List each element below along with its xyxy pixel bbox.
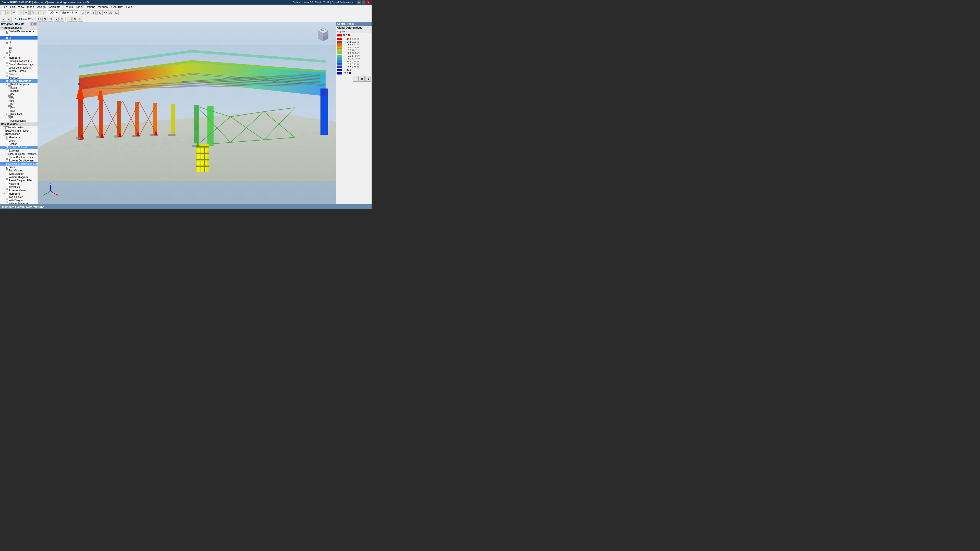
nav-local-torsional[interactable]: Local Torsional Rotations xyxy=(0,152,38,156)
cb-ld[interactable] xyxy=(6,67,8,69)
cb-ux[interactable] xyxy=(6,37,8,39)
cb-av[interactable] xyxy=(6,186,8,189)
menu-item-help[interactable]: Help xyxy=(125,5,134,9)
cb-u[interactable] xyxy=(6,33,8,36)
nav-extremes[interactable]: Extremes xyxy=(0,149,38,152)
menu-item-calculate[interactable]: Calculate xyxy=(47,5,62,9)
nav-uz[interactable]: uz xyxy=(0,43,38,46)
nav-result-values-header[interactable]: Result Values xyxy=(0,122,38,126)
nav-members[interactable]: ▼ Members xyxy=(0,56,38,59)
cb-ns[interactable] xyxy=(8,83,11,86)
cb-ev[interactable] xyxy=(6,189,8,192)
cp-collapse-btn[interactable]: ◄ xyxy=(365,76,371,82)
cb-hatch[interactable] xyxy=(6,183,8,185)
maximize-btn[interactable]: □ xyxy=(362,0,366,4)
cb-rf[interactable] xyxy=(6,179,8,182)
split-btn[interactable]: ⊞ xyxy=(42,17,48,22)
cb-gm[interactable] xyxy=(6,63,8,66)
nav-my[interactable]: My xyxy=(0,106,38,109)
cb-ed[interactable] xyxy=(6,159,8,162)
cb-res-comp[interactable] xyxy=(8,120,11,122)
nav-static-analysis[interactable]: ▼ Static Analysis xyxy=(0,26,38,30)
nav-local-def[interactable]: Local Deformations xyxy=(0,66,38,69)
menu-item-file[interactable]: File xyxy=(1,5,9,9)
menu-item-tools[interactable]: Tools xyxy=(74,5,84,9)
nav-outlines[interactable]: ▼ Outlines of Deformed Surfaces xyxy=(0,162,38,165)
view3d-btn[interactable]: 3D xyxy=(97,10,103,15)
cb-ext[interactable] xyxy=(6,149,8,152)
menu-item-options[interactable]: Options xyxy=(84,5,97,9)
nav-maxmin[interactable]: Map/Min Information xyxy=(0,129,38,132)
nav-lines-section[interactable]: ▼ Lines xyxy=(0,165,38,169)
cb-tc[interactable] xyxy=(6,169,8,172)
nav-extreme-values[interactable]: Extreme Values xyxy=(0,189,38,192)
cb-mm[interactable] xyxy=(3,130,6,132)
cb-if[interactable] xyxy=(6,70,8,73)
new-btn[interactable]: 📄 xyxy=(0,10,6,15)
nav-u[interactable]: u xyxy=(0,33,38,36)
cp-copy-btn[interactable]: 📋 xyxy=(353,76,359,82)
nav-uy[interactable]: uy xyxy=(0,40,38,43)
grid-btn[interactable]: ⊞ xyxy=(72,17,77,22)
nav-nodal-supports[interactable]: ▼ Nodal Supports xyxy=(0,83,38,86)
cb-ns-global[interactable] xyxy=(8,90,11,92)
nav-px2[interactable]: Px xyxy=(0,93,38,96)
nav-hatching[interactable]: Hatching xyxy=(0,182,38,186)
nav-m-two-colored[interactable]: Two-Colored xyxy=(0,195,38,199)
cb-mz[interactable] xyxy=(8,110,11,112)
cb-mtc[interactable] xyxy=(6,196,8,198)
viewyz-btn[interactable]: YZ xyxy=(114,10,119,15)
nav-section-colored[interactable]: Section Colored xyxy=(0,146,38,149)
cb-res-p[interactable] xyxy=(8,116,11,119)
nav-m-with-diagram[interactable]: With Diagram xyxy=(0,199,38,202)
cb-str[interactable] xyxy=(6,73,8,76)
bottom-panel-close[interactable]: × xyxy=(368,205,369,209)
pan-btn[interactable]: ✋ xyxy=(36,10,41,15)
cb-def[interactable] xyxy=(3,133,6,135)
cb-ti[interactable] xyxy=(3,126,6,129)
nav-mx[interactable]: Mx xyxy=(0,103,38,106)
cb-ms[interactable] xyxy=(6,136,8,139)
nav-internal-forces[interactable]: Internal Forces xyxy=(0,69,38,73)
cb-members[interactable] xyxy=(6,57,8,59)
viewport-3d[interactable]: 55.7 x y z xyxy=(38,22,336,204)
cb-sr[interactable] xyxy=(6,80,8,83)
nav-title-info[interactable]: Title Information xyxy=(0,126,38,129)
nav-ns-global[interactable]: Global xyxy=(0,89,38,93)
results-btn[interactable]: 📊 xyxy=(80,10,85,15)
nav-strains[interactable]: Strains xyxy=(0,73,38,76)
nav-resultant[interactable]: ▼ Resultant xyxy=(0,113,38,116)
nav-pz2[interactable]: Pz xyxy=(0,99,38,103)
zoom-btn[interactable]: 🔍 xyxy=(30,10,35,15)
nav-pin-btn[interactable]: 📌 xyxy=(30,22,33,25)
cb-my[interactable] xyxy=(8,106,11,109)
cb-wod[interactable] xyxy=(6,176,8,179)
nav-close-btn[interactable]: ✕ xyxy=(33,22,37,25)
cb-wd[interactable] xyxy=(6,173,8,175)
cb-uz[interactable] xyxy=(6,43,8,46)
viewxy-btn[interactable]: XY xyxy=(103,10,108,15)
viento-select[interactable]: Viento × II xyxy=(60,11,78,15)
nav-result-filled[interactable]: Result Diagram Filled xyxy=(0,179,38,182)
nav-global-deformations[interactable]: ▼ Global Deformations xyxy=(0,30,38,33)
nav-without-diagram[interactable]: Without Diagram xyxy=(0,176,38,179)
nav-extreme-disp[interactable]: Extreme Displacement xyxy=(0,159,38,162)
fullscreen-btn[interactable]: ⛶ xyxy=(37,17,42,22)
nav-m-without-diagram[interactable]: Without Diagram xyxy=(0,202,38,204)
nav-deformation[interactable]: Deformation xyxy=(0,132,38,136)
cube-indicator[interactable]: Top xyxy=(315,27,331,42)
menu-item-results[interactable]: Results xyxy=(62,5,75,9)
cb-py2[interactable] xyxy=(8,97,11,99)
cb-pz2[interactable] xyxy=(8,100,11,102)
cb-section[interactable] xyxy=(6,143,8,145)
cb-pa[interactable] xyxy=(6,60,8,62)
nav-nodal-disp[interactable]: Nodal Displacements xyxy=(0,156,38,159)
cb-ns-local[interactable] xyxy=(8,86,11,89)
render-btn[interactable]: 🖥 xyxy=(91,10,96,15)
menu-item-window[interactable]: Window xyxy=(97,5,110,9)
close-btn[interactable]: ✕ xyxy=(366,0,370,4)
nav-px[interactable]: φx xyxy=(0,46,38,49)
measure-btn[interactable]: 📐 xyxy=(78,17,83,22)
menu-item-view[interactable]: View xyxy=(17,5,26,9)
nav-members-sub[interactable]: ▼ Members xyxy=(0,136,38,139)
